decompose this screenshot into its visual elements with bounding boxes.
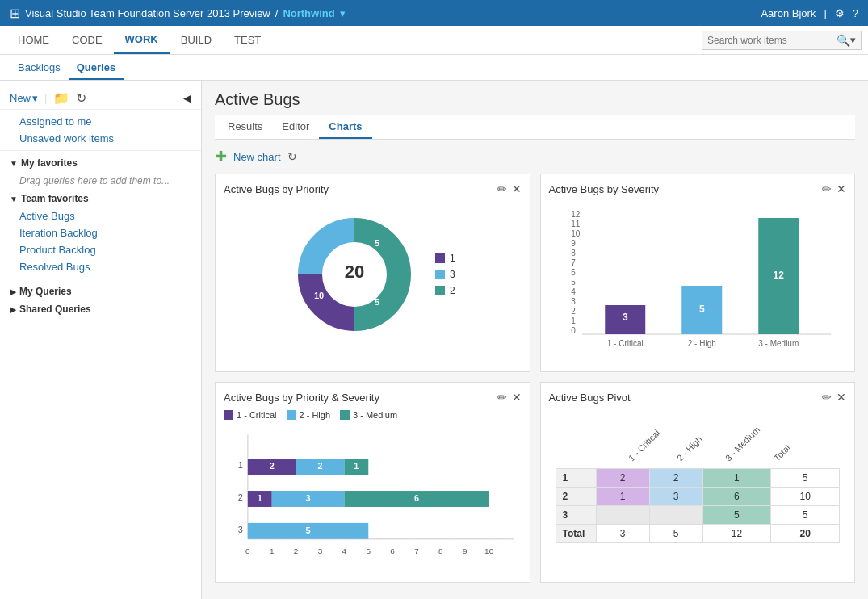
folder-icon[interactable]: 📁 xyxy=(53,90,69,106)
chart-priority-header: Active Bugs by Priority ✏ ✕ xyxy=(224,182,522,195)
svg-text:7: 7 xyxy=(414,547,419,555)
legend-1-dot xyxy=(435,253,445,263)
search-input[interactable] xyxy=(707,35,837,46)
nav-home[interactable]: HOME xyxy=(6,26,61,54)
svg-text:3: 3 xyxy=(318,547,323,555)
svg-text:9: 9 xyxy=(571,239,576,248)
dropdown-icon[interactable]: ▾ xyxy=(340,7,346,19)
tab-results[interactable]: Results xyxy=(218,115,272,139)
legend-1: 1 xyxy=(435,253,455,264)
search-dropdown-icon[interactable]: ▾ xyxy=(850,34,856,46)
new-button[interactable]: New ▾ xyxy=(10,92,38,104)
unsaved-work-items-link[interactable]: Unsaved work items xyxy=(0,130,201,147)
svg-text:8: 8 xyxy=(438,547,443,555)
chart-pivot-actions: ✏ ✕ xyxy=(822,391,846,404)
my-favorites-label: My favorites xyxy=(21,157,78,169)
collapse-sidebar-icon[interactable]: ◀ xyxy=(183,92,191,104)
svg-text:1: 1 xyxy=(238,460,243,470)
iteration-backlog-link[interactable]: Iteration Backlog xyxy=(0,224,201,241)
close-donut-icon[interactable]: ✕ xyxy=(512,182,522,195)
new-chart-plus-icon: ✚ xyxy=(215,148,227,165)
severity-bar-svg: 12 11 10 9 8 7 6 5 4 3 2 1 0 xyxy=(549,205,847,358)
help-icon[interactable]: ? xyxy=(853,7,858,19)
close-pivot-icon[interactable]: ✕ xyxy=(837,391,846,404)
legend-3-dot xyxy=(435,270,445,279)
resolved-bugs-link[interactable]: Resolved Bugs xyxy=(0,258,201,275)
svg-text:3: 3 xyxy=(238,525,243,534)
table-row: 3 5 5 xyxy=(556,506,840,525)
shared-queries-header[interactable]: ▶ Shared Queries xyxy=(0,300,201,318)
svg-text:1 - Critical: 1 - Critical xyxy=(626,428,660,463)
cell-total-critical: 3 xyxy=(596,525,649,543)
svg-text:8: 8 xyxy=(571,249,576,258)
chart-pivot-title: Active Bugs Pivot xyxy=(549,392,631,404)
chart-severity-header: Active Bugs by Severity ✏ ✕ xyxy=(549,182,847,195)
chart-priority-donut: Active Bugs by Priority ✏ ✕ 20 xyxy=(215,174,530,372)
assigned-to-me-link[interactable]: Assigned to me xyxy=(0,113,201,130)
sub-nav-backlogs[interactable]: Backlogs xyxy=(10,57,69,80)
nav-work[interactable]: WORK xyxy=(114,26,170,54)
refresh-charts-icon[interactable]: ↻ xyxy=(287,150,297,163)
title-bar: ⊞ Visual Studio Team Foundation Server 2… xyxy=(0,0,868,26)
cell-2-total: 10 xyxy=(771,488,840,506)
my-favorites-header[interactable]: ▼ My favorites xyxy=(0,154,201,172)
legend-3-label: 3 xyxy=(450,269,455,280)
svg-text:0: 0 xyxy=(571,326,576,335)
svg-text:10: 10 xyxy=(484,547,494,555)
nav-build[interactable]: BUILD xyxy=(170,26,223,54)
svg-text:4: 4 xyxy=(571,287,576,296)
nav-test[interactable]: TEST xyxy=(223,26,272,54)
svg-text:3: 3 xyxy=(571,297,576,306)
cell-3-total: 5 xyxy=(771,506,840,525)
sub-nav: Backlogs Queries xyxy=(0,55,868,81)
edit-pivot-icon[interactable]: ✏ xyxy=(822,391,832,404)
chart-stacked-actions: ✏ ✕ xyxy=(497,391,522,404)
cell-1-critical: 2 xyxy=(596,469,649,488)
new-label: New xyxy=(10,92,31,104)
edit-severity-icon[interactable]: ✏ xyxy=(822,182,832,195)
tab-charts[interactable]: Charts xyxy=(319,115,371,139)
sub-nav-queries[interactable]: Queries xyxy=(69,57,124,80)
svg-text:Total: Total xyxy=(771,442,791,463)
product-backlog-link[interactable]: Product Backlog xyxy=(0,241,201,258)
donut-chart-svg: 20 5 10 5 xyxy=(290,210,419,339)
cell-total-total: 20 xyxy=(771,525,840,543)
svg-text:5: 5 xyxy=(306,526,311,535)
legend-high: 2 - High xyxy=(287,410,331,420)
breadcrumb-separator: / xyxy=(275,7,279,19)
svg-text:1: 1 xyxy=(270,547,275,555)
active-bugs-link[interactable]: Active Bugs xyxy=(0,207,201,224)
search-icon[interactable]: 🔍 xyxy=(837,34,850,47)
svg-text:2: 2 xyxy=(294,547,299,555)
edit-stacked-icon[interactable]: ✏ xyxy=(497,391,507,404)
svg-text:6: 6 xyxy=(571,268,576,277)
chart-severity-bar: Active Bugs by Severity ✏ ✕ 12 11 10 9 8 xyxy=(540,174,856,372)
title-bar-right: Aaron Bjork | ⚙ ? xyxy=(761,7,858,19)
legend-high-dot xyxy=(287,410,296,420)
svg-text:9: 9 xyxy=(463,547,468,555)
team-favorites-header[interactable]: ▼ Team favorites xyxy=(0,190,201,207)
new-dropdown-icon[interactable]: ▾ xyxy=(32,92,38,104)
tab-editor[interactable]: Editor xyxy=(272,115,319,139)
project-name[interactable]: Northwind xyxy=(283,7,334,19)
search-box[interactable]: 🔍 ▾ xyxy=(702,31,862,50)
cell-3-high xyxy=(649,506,702,525)
settings-icon[interactable]: ⚙ xyxy=(835,7,845,19)
nav-code[interactable]: CODE xyxy=(61,26,114,54)
svg-text:5: 5 xyxy=(375,238,379,248)
my-queries-header[interactable]: ▶ My Queries xyxy=(0,283,201,300)
main-layout: New ▾ | 📁 ↻ ◀ Assigned to me Unsaved wor… xyxy=(0,81,868,599)
new-chart-button[interactable]: New chart xyxy=(233,151,281,163)
stacked-legend: 1 - Critical 2 - High 3 - Medium xyxy=(224,410,522,420)
legend-critical-label: 1 - Critical xyxy=(237,410,277,420)
close-stacked-icon[interactable]: ✕ xyxy=(512,391,522,404)
pivot-diag-headers-svg: 1 - Critical 2 - High 3 - Medium Total xyxy=(556,413,830,466)
edit-donut-icon[interactable]: ✏ xyxy=(497,182,507,195)
sidebar-toolbar: New ▾ | 📁 ↻ ◀ xyxy=(0,87,201,110)
svg-text:5: 5 xyxy=(375,297,379,307)
refresh-sidebar-icon[interactable]: ↻ xyxy=(76,90,86,106)
close-severity-icon[interactable]: ✕ xyxy=(837,182,846,195)
svg-text:1 - Critical: 1 - Critical xyxy=(606,339,643,348)
table-row: 1 2 2 1 5 xyxy=(556,469,840,488)
cell-3-medium: 5 xyxy=(702,506,771,525)
